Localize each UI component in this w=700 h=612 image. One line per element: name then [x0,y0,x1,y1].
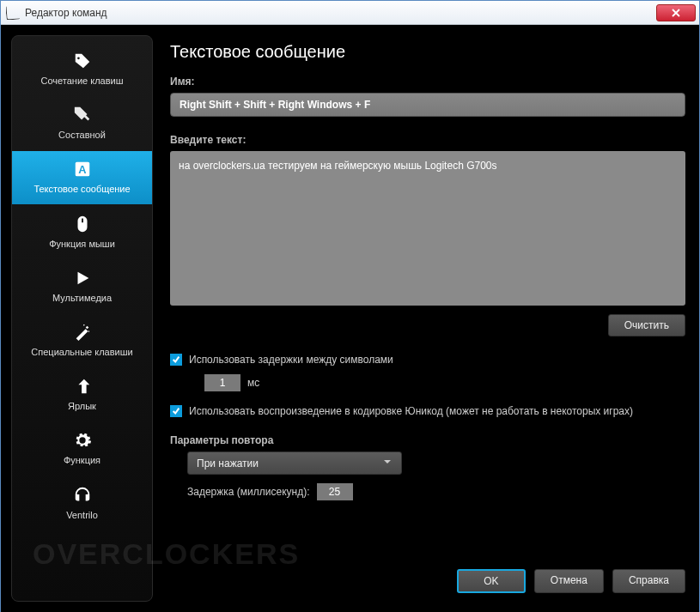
repeat-mode-select[interactable]: При нажатии [187,451,402,475]
client-area: Сочетание клавиш Составной A Текстовое с… [1,25,699,612]
sidebar: Сочетание клавиш Составной A Текстовое с… [11,35,153,602]
titlebar: Редактор команд [1,1,699,25]
app-logo-icon [5,5,20,20]
use-delay-row: Использовать задержки между символами [170,354,685,366]
tag-icon [73,52,92,70]
sidebar-item-label: Функция мыши [49,239,115,250]
repeat-mode-value: При нажатии [197,457,259,470]
sidebar-item-ventrilo[interactable]: Ventrilo [12,477,152,530]
ok-button[interactable]: OK [457,569,526,593]
repeat-section-title: Параметры повтора [170,434,685,446]
tags-icon [73,106,92,124]
close-icon [672,9,680,17]
delay-unit: мс [247,377,259,389]
repeat-delay-label: Задержка (миллисекунд): [187,486,310,498]
use-unicode-checkbox[interactable] [170,405,182,417]
sidebar-item-label: Сочетание клавиш [40,76,123,87]
delay-input[interactable] [204,374,240,391]
name-label: Имя: [170,76,685,88]
use-unicode-row: Использовать воспроизведение в кодировке… [170,405,685,417]
mouse-icon [73,215,92,233]
sidebar-item-label: Ярлык [68,401,96,412]
sidebar-item-function[interactable]: Функция [12,422,152,475]
headset-icon [73,486,92,505]
sidebar-item-label: Ventrilo [66,510,98,521]
sidebar-item-label: Функция [64,455,100,466]
play-icon [73,269,92,288]
sidebar-item-media[interactable]: Мультимедиа [12,260,152,312]
gear-icon [73,431,92,450]
footer: OK Отмена Справка [153,564,685,598]
close-button[interactable] [656,4,696,21]
repeat-delay-input[interactable] [317,483,353,500]
use-unicode-label: Использовать воспроизведение в кодировке… [189,405,633,417]
name-field[interactable]: Right Shift + Shift + Right Windows + F [170,93,685,117]
main-panel: Текстовое сообщение Имя: Right Shift + S… [153,35,689,602]
use-delay-label: Использовать задержки между символами [189,354,393,366]
sidebar-item-label: Мультимедиа [52,293,112,304]
sidebar-item-multikey[interactable]: Составной [12,97,152,149]
sidebar-item-mouse[interactable]: Функция мыши [12,206,152,258]
text-input[interactable] [170,151,685,306]
wand-icon [73,323,92,342]
text-icon: A [73,160,92,179]
sidebar-item-label: Составной [58,130,106,141]
cancel-button[interactable]: Отмена [534,569,604,593]
window: Редактор команд Сочетание клавиш Составн… [0,0,700,612]
sidebar-item-label: Текстовое сообщение [33,184,130,195]
sidebar-item-text[interactable]: A Текстовое сообщение [12,151,152,203]
shortcut-icon [73,377,92,396]
use-delay-checkbox[interactable] [170,354,182,366]
window-title: Редактор команд [25,7,656,19]
sidebar-item-special[interactable]: Специальные клавиши [12,314,152,367]
help-button[interactable]: Справка [612,569,685,593]
clear-button[interactable]: Очистить [608,314,685,336]
sidebar-item-label: Специальные клавиши [31,347,132,358]
check-icon [172,407,180,415]
sidebar-item-hotkey[interactable]: Сочетание клавиш [12,43,152,95]
delay-row: мс [204,374,685,391]
page-heading: Текстовое сообщение [170,42,685,62]
check-icon [172,355,180,364]
chevron-down-icon [382,457,393,470]
clear-row: Очистить [170,314,685,336]
sidebar-item-shortcut[interactable]: Ярлык [12,368,152,421]
svg-text:A: A [78,163,86,176]
text-label: Введите текст: [170,134,685,146]
repeat-delay-row: Задержка (миллисекунд): [187,483,685,500]
